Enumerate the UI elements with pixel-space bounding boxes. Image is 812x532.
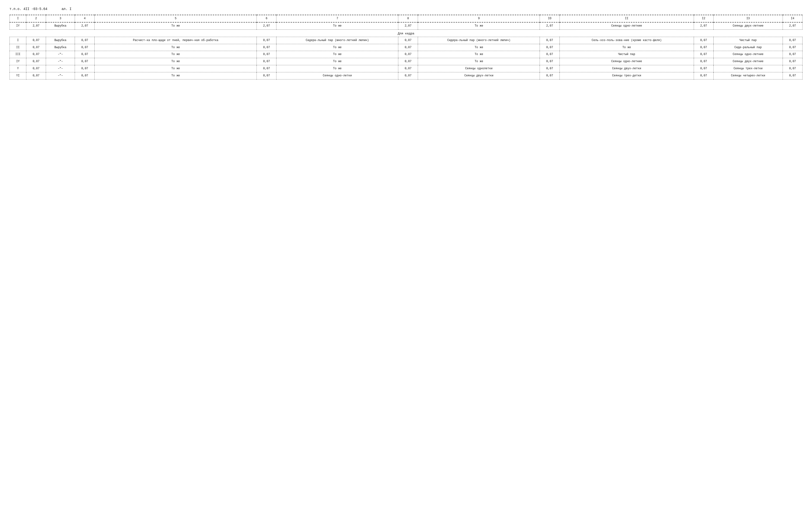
cell-val: 0,07	[540, 51, 560, 58]
cell-val: 0,07	[540, 72, 560, 79]
cell-val: Сеянцы однолетки	[418, 65, 540, 72]
cell-val: 0,07	[75, 72, 95, 79]
cell-val: –"–	[46, 51, 75, 58]
cell-val: То же	[418, 22, 540, 29]
cell-val: 0,07	[783, 44, 802, 51]
row-class: IY	[10, 22, 26, 29]
data-table: I 2 3 4 5 6 7 8 9 IO II I2 I3 I4 IY 2,07	[10, 15, 802, 80]
cell-val: 0,07	[75, 51, 95, 58]
col-header-8: 8	[398, 15, 418, 22]
cell-val: –"–	[46, 72, 75, 79]
cell-val: Сеянцы одно-летние	[713, 51, 783, 58]
column-header-row: I 2 3 4 5 6 7 8 9 IO II I2 I3 I4	[10, 15, 802, 22]
col-header-9: 9	[418, 15, 540, 22]
cell-val: 2,07	[783, 22, 802, 29]
cell-val: То же	[560, 44, 694, 51]
col-header-10: IO	[540, 15, 560, 22]
main-content: I 2 3 4 5 6 7 8 9 IO II I2 I3 I4 IY 2,07	[10, 15, 802, 80]
cell-val: То же	[95, 58, 257, 65]
cell-val: Вырубка	[46, 44, 75, 51]
cell-val: 0,07	[783, 51, 802, 58]
cell-val: То же	[95, 44, 257, 51]
row-class: Y	[10, 65, 26, 72]
cell-val: –"–	[46, 58, 75, 65]
cell-val: 0,07	[694, 58, 713, 65]
col-header-2: 2	[26, 15, 46, 22]
cell-val: 0,07	[75, 58, 95, 65]
cell-val: 0,07	[783, 58, 802, 65]
cell-val: То же	[418, 51, 540, 58]
cell-val: 2,07	[398, 22, 418, 29]
cell-val: 2,07	[694, 22, 713, 29]
cell-val: 0,07	[398, 37, 418, 44]
row-class: IY	[10, 58, 26, 65]
cell-val: То же	[276, 44, 398, 51]
cell-val: 0,07	[75, 65, 95, 72]
cell-val: Сеянцы двух-летние	[713, 58, 783, 65]
cell-val: 0,07	[257, 58, 276, 65]
cell-val: То же	[418, 58, 540, 65]
cell-val: Расчист-ка пло-щади от пней, первич-ная …	[95, 37, 257, 44]
cell-val: 0,07	[26, 72, 46, 79]
cell-val: Сидера-льный пар (много-летний люпин)	[276, 37, 398, 44]
cell-val: Сеянцы двух-летки	[560, 65, 694, 72]
table-row: I 0,07 Вырубка 0,07 Расчист-ка пло-щади …	[10, 37, 802, 44]
cell-val: 0,07	[540, 65, 560, 72]
cell-val: Сидера-льный пар (много-летний люпич)	[418, 37, 540, 44]
cell-val: 0,07	[257, 72, 276, 79]
col-header-3: 3	[46, 15, 75, 22]
cell-val: 0,07	[26, 65, 46, 72]
cell-val: Сеянцы одно-летки	[276, 72, 398, 79]
cell-val: 0,07	[540, 44, 560, 51]
cell-val: 0,07	[257, 37, 276, 44]
cell-val: 0,07	[398, 51, 418, 58]
cell-val: 0,07	[257, 65, 276, 72]
cell-val: 0,07	[75, 44, 95, 51]
row-class: I	[10, 37, 26, 44]
cell-val: Сиде-ральный пар	[713, 44, 783, 51]
col-header-13: I3	[713, 15, 783, 22]
cell-val: Сеянцы двух-летки	[418, 72, 540, 79]
cell-val: То же	[276, 65, 398, 72]
cell-val: 0,07	[398, 58, 418, 65]
cell-val: 0,07	[694, 51, 713, 58]
table-row: Y 0,07 –"– 0,07 То же 0,07 То же 0,07 Се…	[10, 65, 802, 72]
sheet-label: ал. I	[62, 7, 72, 11]
cell-val: 0,07	[398, 65, 418, 72]
cell-val: Сеянцы трех-детки	[560, 72, 694, 79]
row-class: III	[10, 51, 26, 58]
cell-val: 0,07	[75, 37, 95, 44]
col-header-14: I4	[783, 15, 802, 22]
cell-val: 2,07	[257, 22, 276, 29]
cell-val: 2,07	[26, 22, 46, 29]
table-row: YI 0,07 –"– 0,07 То же 0,07 Сеянцы одно-…	[10, 72, 802, 79]
table-row: II 0,07 Вырубка 0,07 То же 0,07 То же 0,…	[10, 44, 802, 51]
cell-val: Сеянцы одно-летние	[560, 58, 694, 65]
cell-val: То же	[276, 22, 398, 29]
table-row: IY 0,07 –"– 0,07 То же 0,07 То же 0,07 Т…	[10, 58, 802, 65]
col-header-4: 4	[75, 15, 95, 22]
row-class: YI	[10, 72, 26, 79]
col-header-12: I2	[694, 15, 713, 22]
table-row: IY 2,07 Вырубка 2,07 То же 2,07 То же 2,…	[10, 22, 802, 29]
cell-val note-col: 0,07	[783, 37, 802, 44]
document-header: т.п.о. 4II -03-5.64 ал. I	[10, 7, 802, 11]
cell-val: То же	[276, 58, 398, 65]
cell-val: 0,07	[26, 51, 46, 58]
col-header-6: 6	[257, 15, 276, 22]
cell-val: 2,07	[75, 22, 95, 29]
cell-val: Сеянцы трех-летки	[713, 65, 783, 72]
cell-val: 0,07	[783, 72, 802, 79]
cell-val: 0,07	[26, 58, 46, 65]
cell-val: То же	[95, 51, 257, 58]
cell-val: Чистый пар	[713, 37, 783, 44]
cell-val: То же	[418, 44, 540, 51]
cell-val: Сеянцы двух-летние	[713, 22, 783, 29]
cell-val: 0,07	[26, 37, 46, 44]
cell-val: 0,07	[540, 37, 560, 44]
cell-val: 0,07	[694, 65, 713, 72]
cell-val: 0,07	[257, 51, 276, 58]
cell-val: То же	[95, 65, 257, 72]
cell-val: 0,07	[398, 72, 418, 79]
doc-number: т.п.о. 4II -03-5.64	[10, 7, 47, 11]
